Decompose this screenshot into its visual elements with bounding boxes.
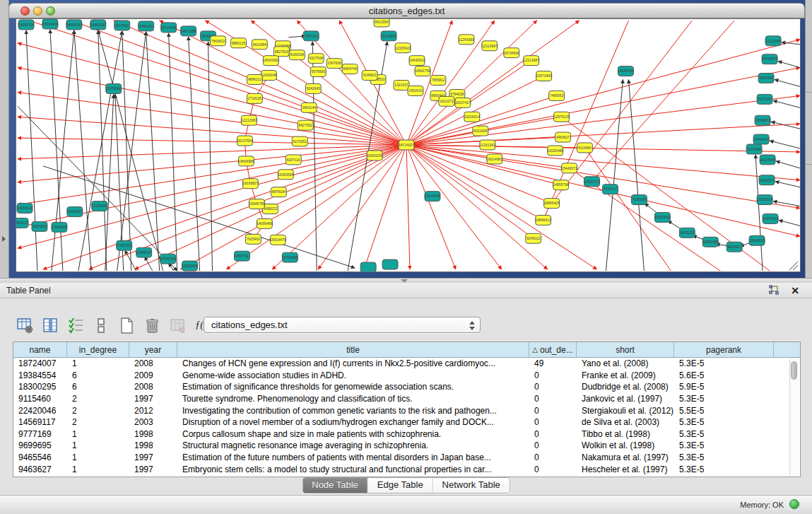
graph-node[interactable]: 8267110	[286, 155, 301, 165]
graph-node[interactable]: 18996425	[544, 199, 560, 209]
graph-node[interactable]: 2367608	[326, 59, 342, 69]
graph-node[interactable]: 2803144	[301, 103, 317, 112]
graph-node[interactable]: 17206305	[92, 201, 107, 211]
table-selector-dropdown[interactable]: citations_edges.txt	[204, 317, 481, 333]
table-row[interactable]: 1938455462009Genome-wide association stu…	[13, 370, 800, 382]
graph-node[interactable]: 9170051	[292, 136, 307, 146]
table-row[interactable]: 946554611997Estimation of the future num…	[13, 452, 800, 464]
table-row[interactable]: 977716911998Corpus callosum shape and si…	[13, 428, 800, 440]
graph-node[interactable]: 8321605	[473, 126, 488, 136]
graph-node[interactable]: 8912954	[252, 40, 267, 49]
table-row[interactable]: 1456911722003Disruption of a novel membe…	[13, 416, 800, 428]
graph-node[interactable]: 16782759	[160, 254, 176, 264]
tab-network-table[interactable]: Network Table	[433, 478, 510, 493]
graph-node[interactable]: 12213383	[241, 115, 257, 125]
graph-node[interactable]: 1621072	[439, 96, 454, 106]
left-collapsed-splitter[interactable]	[0, 0, 9, 278]
graph-node[interactable]: 9860125	[230, 38, 246, 48]
graph-node[interactable]: 8454749	[342, 64, 358, 74]
new-table-icon[interactable]	[117, 316, 136, 335]
graph-node[interactable]: 12113987	[482, 41, 498, 51]
graph-node[interactable]: 13915911	[32, 221, 47, 231]
graph-node[interactable]: 9791417	[603, 185, 618, 194]
column-header-short[interactable]: short	[577, 342, 674, 357]
graph-node[interactable]: 9245012	[526, 233, 541, 243]
graph-node[interactable]: 9805122	[679, 228, 695, 238]
network-window-titlebar[interactable]: citations_edges.txt	[8, 3, 805, 18]
graph-node[interactable]: 19166827	[242, 179, 258, 189]
graph-node[interactable]: 16593812	[654, 212, 670, 222]
graph-node[interactable]: 14955798	[553, 180, 569, 190]
citation-network-graph[interactable]: 1405572420691406160551971065328715276029…	[16, 19, 800, 271]
graph-node[interactable]: 7955812	[430, 76, 446, 86]
graph-node[interactable]: 19654985	[238, 156, 254, 166]
table-row[interactable]: 1830029562008Estimation of significance …	[13, 381, 800, 393]
graph-node[interactable]: 16648784	[618, 66, 633, 76]
graph-node[interactable]: 7857224	[303, 31, 319, 41]
graph-node[interactable]: 7485063	[549, 90, 565, 100]
graph-node[interactable]: 1527602	[114, 21, 130, 30]
graph-node[interactable]: 12161342	[480, 140, 495, 150]
graph-node[interactable]: 10025488	[548, 146, 563, 156]
graph-node[interactable]: 8878334	[271, 187, 286, 197]
network-canvas[interactable]: 1405572420691406160551971065328715276029…	[16, 18, 801, 272]
graph-node[interactable]: 8186328	[289, 50, 305, 60]
graph-node[interactable]: 11123045	[765, 36, 781, 46]
graph-node[interactable]: 10653287	[90, 20, 106, 30]
graph-node[interactable]: 1322037	[394, 81, 409, 90]
column-header-title[interactable]: title	[177, 342, 529, 357]
panel-splitter[interactable]	[0, 278, 812, 283]
table-row[interactable]: 969969511998Structural magnetic resonanc…	[13, 440, 800, 452]
graph-node[interactable]: 18107554	[237, 136, 252, 146]
graph-node[interactable]: 9329966	[758, 74, 774, 83]
graph-node[interactable]: 9824501	[726, 242, 742, 252]
graph-node[interactable]: 9146821	[362, 71, 377, 81]
tab-node-table[interactable]: Node Table	[302, 478, 368, 493]
table-settings-icon[interactable]	[16, 316, 35, 335]
merge-tables-icon[interactable]	[92, 316, 111, 335]
graph-node[interactable]: 18300295	[367, 151, 382, 160]
graph-node[interactable]: 15134545	[425, 192, 440, 201]
graph-node[interactable]: 7663822	[211, 36, 226, 46]
graph-node[interactable]: 22420046	[261, 71, 276, 81]
graph-node[interactable]: 19218506	[381, 31, 396, 41]
delete-column-icon[interactable]	[168, 316, 187, 335]
graph-node[interactable]: 12325419	[395, 43, 411, 53]
graph-node[interactable]: 20691406	[42, 19, 58, 29]
graph-node[interactable]: 15046756	[249, 199, 264, 209]
graph-node[interactable]: 16353594	[278, 170, 293, 180]
graph-node[interactable]: 9215958	[746, 144, 762, 154]
graph-node[interactable]: 14671368	[180, 26, 196, 36]
graph-node[interactable]: 12923468	[182, 261, 197, 271]
graph-node[interactable]: 9227341	[757, 94, 772, 104]
graph-node[interactable]: 15692971	[759, 175, 775, 185]
graph-node[interactable]: 10973493	[536, 71, 552, 81]
graph-node[interactable]: 11675342	[763, 214, 778, 223]
table-row[interactable]: 1872400712008Changes of HCN gene express…	[13, 358, 800, 370]
column-header-in_degree[interactable]: in_degree	[67, 342, 129, 357]
graph-node[interactable]: 11254393	[459, 35, 474, 45]
graph-node[interactable]: 9457791	[234, 251, 249, 261]
tab-edge-table[interactable]: Edge Table	[368, 478, 433, 493]
graph-node[interactable]: 16055197	[66, 20, 82, 30]
graph-node[interactable]: 12093872	[755, 115, 770, 125]
graph-node[interactable]: 7625402	[245, 234, 261, 244]
graph-node[interactable]: 16961758	[415, 66, 430, 76]
scrollbar-thumb[interactable]	[791, 361, 797, 380]
graph-node[interactable]: 1562615	[408, 86, 423, 95]
graph-node[interactable]: 13216014	[464, 112, 480, 122]
graph-node[interactable]: 9827503	[273, 47, 289, 57]
graph-node[interactable]: 9466160	[139, 21, 154, 31]
graph-node[interactable]: 7639199	[631, 195, 647, 205]
graph-node[interactable]: 12975115	[554, 112, 570, 122]
column-header-out_de[interactable]: △out_de...	[529, 342, 577, 357]
column-header-pagerank[interactable]: pagerank	[674, 342, 774, 357]
graph-node[interactable]: 15058117	[67, 207, 83, 217]
graph-node[interactable]: 20053346	[106, 83, 122, 93]
graph-node[interactable]: 17016514	[757, 195, 772, 205]
column-header-year[interactable]: year	[129, 342, 177, 357]
graph-node[interactable]: 17537271	[584, 177, 599, 187]
graph-node[interactable]: 9463627	[555, 132, 571, 142]
graph-node[interactable]: 18508123	[16, 218, 28, 228]
right-collapsed-splitter[interactable]	[805, 0, 812, 278]
